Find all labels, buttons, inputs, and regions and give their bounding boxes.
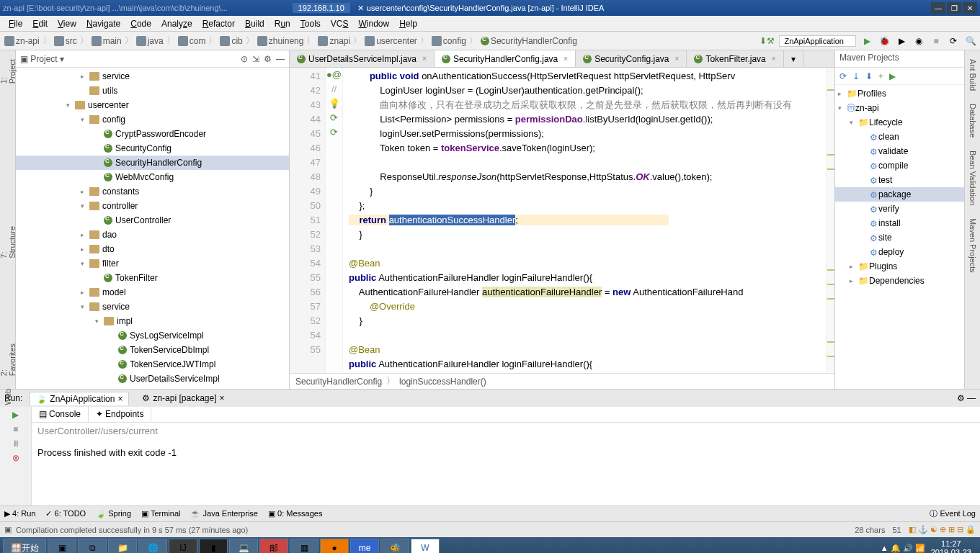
tree-item-service[interactable]: ▾service — [16, 300, 289, 314]
status-icon[interactable]: ▣ — [4, 525, 12, 534]
scroll-from-source-icon[interactable]: ⊙ — [241, 54, 248, 64]
tool-messages[interactable]: ▣ 0: Messages — [268, 509, 322, 518]
task-app4[interactable]: ● — [320, 539, 349, 553]
menu-analyze[interactable]: Analyze — [157, 17, 197, 30]
editor-tab[interactable]: SecurityConfig.java × — [576, 50, 687, 67]
menu-vcs[interactable]: VCS — [326, 17, 353, 30]
tree-item-CryptPasswordEncoder[interactable]: CryptPasswordEncoder — [16, 127, 289, 141]
run-tab-package[interactable]: ⚙ zn-api [package] × — [136, 392, 230, 405]
tool-ant[interactable]: Ant Build — [968, 56, 977, 94]
gear-icon[interactable]: ⚙ — [264, 54, 272, 64]
generate-sources-icon[interactable]: ⤓ — [852, 71, 860, 81]
search-icon[interactable]: 🔍 — [964, 35, 977, 48]
error-stripe[interactable] — [826, 68, 834, 373]
tool-spring[interactable]: 🍃 Spring — [96, 509, 131, 518]
tree-item-service[interactable]: ▸service — [16, 69, 289, 84]
code-breadcrumb[interactable]: SecurityHandlerConfig 〉 loginSuccessHand… — [290, 373, 834, 389]
tree-item-constants[interactable]: ▸constants — [16, 184, 289, 199]
breadcrumb-seg[interactable]: SecurityHandlerConfig — [479, 35, 579, 47]
task-app1[interactable]: 💻 — [229, 539, 258, 553]
tree-item-TokenFilter[interactable]: TokenFilter — [16, 271, 289, 285]
start-button[interactable]: 🪟开始 — [3, 539, 46, 553]
tool-project[interactable]: 1: Project — [0, 56, 17, 86]
stop-icon[interactable]: ■ — [13, 424, 18, 434]
breadcrumb-seg[interactable]: src — [53, 35, 79, 47]
task-folder[interactable]: 📁 — [108, 539, 137, 553]
tool-bean[interactable]: Bean Validation — [968, 148, 977, 208]
breadcrumb-seg[interactable]: config — [430, 35, 468, 47]
editor-tab[interactable]: UserDetailsServiceImpl.java × — [290, 50, 435, 67]
endpoints-tab[interactable]: ✦ Endpoints — [89, 407, 151, 422]
maven-Profiles[interactable]: ▸📁 Profiles — [835, 86, 964, 101]
event-log[interactable]: ⓘ Event Log — [930, 508, 976, 519]
menu-tools[interactable]: Tools — [296, 17, 325, 30]
maven-Lifecycle[interactable]: ▾📁 Lifecycle — [835, 115, 964, 130]
run-button[interactable]: ▶ — [860, 35, 873, 48]
tool-terminal[interactable]: ▣ Terminal — [141, 509, 180, 518]
minimize-button[interactable]: — — [931, 2, 945, 14]
tray-icons[interactable]: ▲ 🔔 🔊 📶 — [881, 544, 925, 553]
menu-help[interactable]: Help — [395, 17, 422, 30]
breadcrumb-seg[interactable]: znapi — [316, 35, 352, 47]
tree-item-dao[interactable]: ▸dao — [16, 228, 289, 242]
task-app6[interactable]: 🐝 — [380, 539, 409, 553]
breadcrumb-seg[interactable]: usercenter — [363, 35, 419, 47]
maven-verify[interactable]: ⚙ verify — [835, 202, 964, 216]
debug-button[interactable]: 🐞 — [878, 35, 891, 48]
maven-zn-api[interactable]: ▾ⓜ zn-api — [835, 101, 964, 115]
menu-build[interactable]: Build — [241, 17, 269, 30]
run-config-selector[interactable]: ZnApiApplication — [779, 35, 856, 47]
tree-item-SysLogServiceImpl[interactable]: SysLogServiceImpl — [16, 328, 289, 343]
breadcrumb-seg[interactable]: zn-api — [3, 35, 41, 47]
menu-edit[interactable]: Edit — [28, 17, 52, 30]
tree-item-TokenServiceJWTImpl[interactable]: TokenServiceJWTImpl — [16, 357, 289, 372]
maven-install[interactable]: ⚙ install — [835, 216, 964, 230]
tool-javaee[interactable]: ☕ Java Enterprise — [190, 509, 258, 518]
collapse-all-icon[interactable]: ⇲ — [252, 54, 259, 64]
tree-item-model[interactable]: ▸model — [16, 285, 289, 300]
tree-item-WebMvcConfig[interactable]: WebMvcConfig — [16, 170, 289, 184]
tool-web[interactable]: Web — [4, 386, 12, 408]
maximize-button[interactable]: ❐ — [947, 2, 961, 14]
run-tab-app[interactable]: 🍃 ZnApiApplication × — [30, 392, 129, 405]
project-view-label[interactable]: ▣ Project ▾ — [20, 54, 64, 64]
maven-compile[interactable]: ⚙ compile — [835, 158, 964, 173]
maven-tree[interactable]: ▸📁 Profiles▾ⓜ zn-api▾📁 Lifecycle⚙ clean⚙… — [835, 85, 964, 389]
maven-Plugins[interactable]: ▸📁 Plugins — [835, 259, 964, 274]
tree-item-SecurityHandlerConfig[interactable]: SecurityHandlerConfig — [16, 156, 289, 170]
menu-view[interactable]: View — [53, 17, 81, 30]
editor-tab[interactable]: SecurityHandlerConfig.java × — [435, 50, 576, 67]
menu-navigate[interactable]: Navigate — [82, 17, 125, 30]
editor-tab[interactable]: ▾ — [784, 50, 803, 67]
tool-maven[interactable]: Maven Projects — [968, 215, 977, 276]
run-maven-icon[interactable]: ▶ — [889, 71, 896, 81]
task-app3[interactable]: ▦ — [290, 539, 318, 553]
tool-structure[interactable]: 7: Structure — [0, 223, 17, 261]
tool-run[interactable]: ▶ 4: Run — [4, 509, 35, 518]
download-icon[interactable]: ⬇ — [865, 71, 873, 81]
tool-favorites[interactable]: 2: Favorites — [0, 341, 17, 379]
breadcrumb-seg[interactable]: com — [177, 35, 208, 47]
maven-deploy[interactable]: ⚙ deploy — [835, 245, 964, 259]
pause-icon[interactable]: ⏸ — [12, 439, 20, 449]
task-cmd[interactable]: ▮ — [199, 539, 228, 553]
task-browser[interactable]: 🌐 — [138, 539, 167, 553]
run-gear-icon[interactable]: ⚙ — — [957, 393, 976, 403]
tree-item-config[interactable]: ▾config — [16, 112, 289, 127]
breadcrumb-seg[interactable]: java — [135, 35, 165, 47]
breadcrumb-seg[interactable]: zhuineng — [256, 35, 306, 47]
task-app5[interactable]: me — [350, 539, 379, 553]
code-editor[interactable]: public void onAuthenticationSuccess(Http… — [343, 68, 826, 373]
vcs-update-icon[interactable]: ⟳ — [947, 35, 960, 48]
tree-item-utils[interactable]: utils — [16, 84, 289, 98]
stop-button[interactable]: ■ — [930, 35, 943, 48]
tool-database[interactable]: Database — [968, 101, 977, 140]
breadcrumb-seg[interactable]: cib — [218, 35, 244, 47]
editor-tab[interactable]: TokenFilter.java × — [687, 50, 783, 67]
menu-run[interactable]: Run — [270, 17, 295, 30]
coverage-button[interactable]: ▶ — [895, 35, 908, 48]
maven-clean[interactable]: ⚙ clean — [835, 130, 964, 144]
tree-item-usercenter[interactable]: ▾usercenter — [16, 98, 289, 112]
task-intellij[interactable]: IJ — [169, 539, 197, 553]
add-icon[interactable]: + — [878, 71, 883, 81]
